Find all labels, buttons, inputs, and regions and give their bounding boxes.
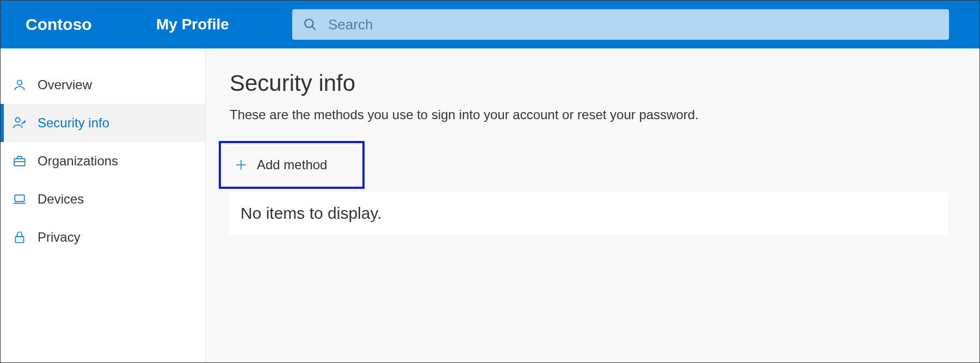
- sidebar-item-label: Devices: [38, 192, 84, 207]
- sidebar-item-organizations[interactable]: Organizations: [1, 142, 205, 180]
- sidebar-item-overview[interactable]: Overview: [1, 66, 205, 104]
- add-method-highlight: Add method: [219, 141, 365, 189]
- svg-rect-4: [14, 159, 25, 166]
- svg-line-1: [312, 26, 316, 30]
- header-section: My Profile: [156, 16, 260, 33]
- svg-point-0: [305, 19, 313, 27]
- search-bar[interactable]: [292, 9, 949, 40]
- header: Contoso My Profile: [1, 1, 979, 48]
- empty-message: No items to display.: [230, 192, 948, 235]
- add-method-label: Add method: [257, 157, 327, 173]
- lock-icon: [11, 229, 28, 245]
- sidebar-item-security-info[interactable]: Security info: [1, 104, 205, 142]
- svg-rect-8: [15, 237, 23, 243]
- svg-point-2: [17, 80, 22, 85]
- brand-name: Contoso: [26, 15, 134, 34]
- sidebar-item-privacy[interactable]: Privacy: [1, 218, 205, 256]
- key-person-icon: [11, 115, 28, 131]
- person-icon: [11, 77, 28, 93]
- add-method-button[interactable]: Add method: [221, 143, 362, 187]
- sidebar-item-label: Organizations: [38, 153, 118, 169]
- search-icon: [303, 17, 317, 32]
- page-title: Security info: [230, 70, 956, 96]
- search-input[interactable]: [328, 16, 938, 33]
- sidebar-item-label: Security info: [38, 115, 109, 131]
- briefcase-icon: [11, 153, 28, 169]
- methods-list: No items to display.: [230, 192, 956, 235]
- svg-rect-6: [15, 195, 24, 201]
- sidebar-item-label: Privacy: [38, 230, 81, 245]
- page-subtitle: These are the methods you use to sign in…: [230, 107, 956, 122]
- plus-icon: [234, 158, 248, 172]
- main-content: Security info These are the methods you …: [206, 48, 979, 362]
- laptop-icon: [11, 191, 28, 207]
- sidebar: Overview Security info Or: [1, 48, 206, 362]
- sidebar-item-devices[interactable]: Devices: [1, 180, 205, 218]
- svg-point-3: [15, 118, 20, 122]
- sidebar-item-label: Overview: [38, 77, 92, 93]
